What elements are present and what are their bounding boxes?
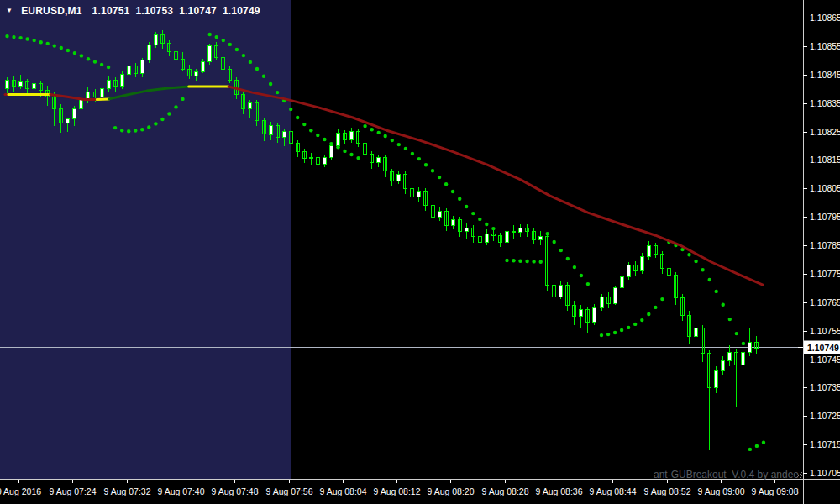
candle-body [73, 108, 76, 118]
sar-dot [580, 274, 583, 277]
time-tick-label: 9 Aug 08:20 [427, 486, 474, 496]
sar-dot [532, 260, 535, 263]
price-tick-label: 1.10815 [810, 155, 840, 165]
candle-body [108, 81, 111, 89]
time-tick-label: 9 Aug 07:48 [211, 486, 258, 496]
sar-dot [235, 48, 239, 51]
price-tick-label: 1.10765 [810, 297, 840, 307]
sar-dot [424, 163, 428, 166]
sar-dot [249, 60, 252, 64]
candle-body [438, 211, 442, 217]
sar-dot [87, 57, 90, 60]
candle-body [742, 352, 745, 365]
sar-dot [762, 441, 765, 444]
candle-body [33, 83, 36, 89]
sar-dot [491, 227, 495, 230]
sar-dot [687, 253, 690, 256]
sar-dot [174, 105, 177, 108]
sar-dot [100, 63, 103, 66]
sar-dot [451, 190, 454, 193]
mt4-chart-window: 1.108651.108551.108451.108351.108251.108… [0, 0, 840, 504]
sar-dot [154, 122, 157, 125]
sar-dot [512, 259, 515, 262]
candle-body [715, 370, 718, 387]
chart-canvas[interactable]: 1.108651.108551.108451.108351.108251.108… [0, 0, 840, 504]
candle-body [249, 103, 252, 109]
sar-dot [613, 331, 617, 334]
candle-body [337, 133, 340, 145]
sar-dot [323, 138, 326, 141]
sar-dot [742, 342, 745, 345]
sar-dot [12, 35, 15, 39]
time-tick-label: 9 Aug 09:08 [751, 486, 798, 496]
candle-body [452, 220, 455, 226]
sar-dot [66, 49, 70, 52]
quote-low: 1.10747 [179, 5, 217, 17]
current-price-tag: 1.10749 [798, 341, 840, 354]
sar-dot [384, 134, 387, 138]
sar-dot [553, 240, 556, 244]
sar-dot [93, 60, 97, 63]
candle-body [66, 118, 70, 123]
sar-dot [343, 150, 346, 153]
price-tick-label: 1.10735 [810, 382, 840, 392]
sar-dot [302, 123, 306, 126]
candle-body [310, 157, 313, 159]
sar-dot [539, 260, 543, 264]
sar-dot [73, 51, 76, 55]
sar-dot [167, 112, 171, 115]
symbol-dropdown-icon[interactable]: ▼ [6, 8, 13, 14]
sar-dot [181, 97, 184, 101]
sar-dot [715, 290, 718, 293]
candle-body [627, 265, 631, 277]
price-tick-label: 1.10835 [810, 98, 840, 108]
price-tick-label: 1.10755 [810, 326, 840, 336]
candle-body [506, 231, 509, 243]
sar-dot [748, 448, 752, 451]
time-tick-label: 9 Aug 07:56 [265, 486, 312, 496]
price-tick-label: 1.10715 [810, 439, 840, 449]
quote-high: 1.10753 [135, 5, 173, 17]
sar-dot [478, 218, 481, 221]
sar-dot [316, 134, 319, 137]
sar-dot [113, 126, 117, 129]
time-tick-label: 9 Aug 08:28 [481, 486, 528, 496]
sar-dot [60, 46, 63, 50]
sar-dot [255, 67, 259, 71]
candle-body [614, 288, 617, 304]
candle-body [19, 81, 23, 86]
sar-dot [566, 257, 570, 260]
sar-dot [654, 306, 657, 309]
sar-dot [755, 444, 759, 448]
candle-body [283, 132, 286, 138]
sar-dot [363, 124, 366, 128]
candle [148, 42, 151, 64]
current-price-value: 1.10749 [807, 343, 839, 353]
sar-dot [465, 205, 468, 208]
candle-body [539, 237, 543, 239]
sar-dot [573, 265, 576, 269]
symbol-period-label: EURUSD,M1 [21, 5, 81, 17]
sar-dot [633, 323, 637, 326]
candle-body [397, 174, 401, 181]
sar-dot [458, 197, 461, 201]
candle-body [580, 309, 583, 317]
sar-dot [262, 75, 265, 78]
sar-dot [397, 143, 401, 146]
time-tick-label: 9 Aug 08:04 [319, 486, 366, 496]
sar-dot [120, 129, 123, 132]
sar-dot [525, 260, 528, 263]
candle-body [728, 352, 732, 360]
sar-dot [647, 312, 650, 316]
candle-body [648, 245, 651, 257]
candle [627, 262, 631, 279]
candle-body [350, 132, 354, 140]
sar-dot [80, 54, 83, 57]
sar-dot [728, 318, 732, 321]
sar-dot [722, 303, 725, 307]
price-tick-label: 1.10865 [810, 13, 840, 23]
sar-dot [391, 139, 394, 142]
sar-dot [404, 147, 407, 150]
sar-dot [518, 260, 522, 263]
sar-dot [289, 108, 292, 111]
